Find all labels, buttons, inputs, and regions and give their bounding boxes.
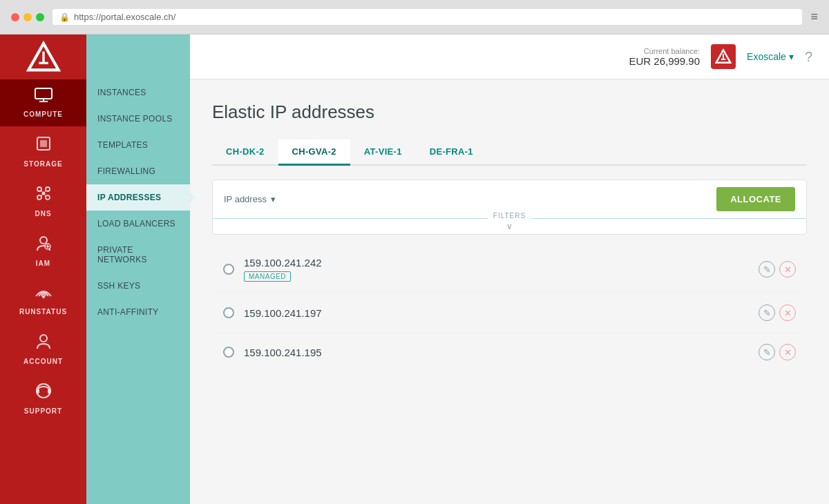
account-dropdown-icon: ▾ [789,51,794,62]
account-name-dropdown[interactable]: Exoscale ▾ [747,51,794,62]
filter-dropdown-chevron: ▾ [271,194,276,204]
ip-info-2: 159.100.241.197 [244,307,749,319]
subnav-instance-pools[interactable]: INSTANCE POOLS [86,106,190,132]
ip-badge-1: MANAGED [244,271,291,282]
balance-label: Current balance: [629,47,700,55]
svg-point-12 [41,192,45,195]
dns-icon [35,184,53,206]
minimize-dot [23,13,32,21]
account-name-text: Exoscale [747,51,786,62]
filter-divider: FILTERS [213,218,806,219]
subnav-private-networks[interactable]: PRIVATE NETWORKS [86,237,190,273]
icon-nav-sidebar: COMPUTE STORAGE [0,35,86,504]
svg-line-14 [45,191,46,193]
support-icon [35,382,53,404]
url-bar[interactable]: 🔒 https://portal.exoscale.ch/ [53,9,802,25]
ip-list-item: 159.100.241.195 ✎ ✕ [218,333,801,371]
tab-ch-dk-2[interactable]: CH-DK-2 [212,139,278,166]
tab-at-vie-1[interactable]: AT-VIE-1 [350,139,416,166]
svg-point-17 [40,237,47,244]
ip-delete-button-3[interactable]: ✕ [779,344,796,360]
filter-dropdown-label: IP address [224,194,267,204]
tab-ch-gva-2[interactable]: CH-GVA-2 [278,139,350,166]
svg-line-16 [45,195,46,197]
svg-point-10 [37,195,41,200]
subnav-load-balancers[interactable]: LOAD BALANCERS [86,211,190,237]
browser-menu-icon[interactable]: ≡ [810,10,818,24]
nav-item-support[interactable]: SUPPORT [0,374,86,423]
nav-label-storage: STORAGE [23,160,62,168]
subnav-ssh-keys[interactable]: SSH KEYS [86,273,190,299]
logo-area [0,35,86,79]
subnav-templates[interactable]: TEMPLATES [86,132,190,158]
subnav-instances[interactable]: INSTANCES [86,79,190,106]
nav-item-storage[interactable]: STORAGE [0,126,86,176]
filter-bar: IP address ▾ ALLOCATE FILTERS ∨ [212,180,807,235]
nav-item-iam[interactable]: IAM [0,226,86,275]
svg-line-13 [41,191,42,193]
ip-list-item: 159.100.241.242 MANAGED ✎ ✕ [218,246,801,293]
sub-nav-sidebar: INSTANCES INSTANCE POOLS TEMPLATES FIREW… [86,35,190,504]
svg-rect-3 [35,88,52,99]
subnav-ip-addresses[interactable]: IP ADDRESSES [86,184,190,211]
ip-edit-button-3[interactable]: ✎ [759,344,775,360]
exoscale-logo-small [715,48,732,65]
close-dot [11,13,19,21]
tab-de-fra-1[interactable]: DE-FRA-1 [416,139,487,166]
svg-point-21 [42,295,45,298]
nav-label-compute: COMPUTE [23,110,63,118]
ip-address-list: 159.100.241.242 MANAGED ✎ ✕ 159.100.241.… [212,246,807,371]
svg-point-11 [46,195,50,200]
svg-rect-24 [37,389,39,394]
balance-amount: EUR 26,999.90 [629,55,700,67]
app-container: COMPUTE STORAGE [0,35,829,504]
url-text: https://portal.exoscale.ch/ [74,12,175,22]
ip-actions-3: ✎ ✕ [759,344,796,360]
storage-icon [35,135,53,157]
nav-label-account: ACCOUNT [23,358,63,365]
ip-edit-button-2[interactable]: ✎ [759,304,775,321]
subnav-firewalling[interactable]: FIREWALLING [86,158,190,184]
allocate-button[interactable]: ALLOCATE [716,187,795,211]
account-icon [35,332,53,354]
svg-line-15 [41,195,42,197]
svg-rect-25 [48,389,50,394]
maximize-dot [36,13,44,21]
ip-radio-2[interactable] [223,307,234,318]
filters-label: FILTERS [488,212,531,220]
ip-address-2: 159.100.241.197 [244,307,749,319]
subnav-anti-affinity[interactable]: ANTI-AFFINITY [86,299,190,325]
main-content: Current balance: EUR 26,999.90 Exoscale … [190,35,829,504]
compute-icon [35,88,53,107]
ip-edit-button-1[interactable]: ✎ [759,261,775,278]
ip-address-3: 159.100.241.195 [244,347,749,358]
ip-info-1: 159.100.241.242 MANAGED [244,257,749,282]
ip-delete-button-1[interactable]: ✕ [779,261,796,278]
ip-radio-1[interactable] [223,264,234,275]
runstatus-icon [34,284,53,304]
nav-item-compute[interactable]: COMPUTE [0,79,86,126]
filter-expand-chevron[interactable]: ∨ [213,219,806,234]
account-logo [711,44,736,69]
help-icon[interactable]: ? [805,49,812,65]
nav-label-iam: IAM [36,260,50,267]
page-body: Elastic IP addresses CH-DK-2 CH-GVA-2 AT… [190,79,829,394]
page-title: Elastic IP addresses [212,101,807,123]
filter-dropdown[interactable]: IP address ▾ [224,194,276,204]
browser-chrome: 🔒 https://portal.exoscale.ch/ ≡ [0,0,829,35]
nav-item-account[interactable]: ACCOUNT [0,324,86,374]
balance-area: Current balance: EUR 26,999.90 [629,47,700,67]
svg-point-8 [37,187,41,191]
ip-list-item: 159.100.241.197 ✎ ✕ [218,293,801,333]
ip-actions-1: ✎ ✕ [759,261,796,278]
nav-item-dns[interactable]: DNS [0,176,86,226]
nav-item-runstatus[interactable]: RUNSTATUS [0,275,86,324]
zone-tabs: CH-DK-2 CH-GVA-2 AT-VIE-1 DE-FRA-1 [212,139,807,166]
ip-delete-button-2[interactable]: ✕ [779,304,796,321]
top-header: Current balance: EUR 26,999.90 Exoscale … [190,35,829,79]
app-logo [26,40,61,75]
ip-actions-2: ✎ ✕ [759,304,796,321]
iam-icon [35,234,53,256]
ip-radio-3[interactable] [223,347,234,358]
nav-label-runstatus: RUNSTATUS [19,308,67,316]
